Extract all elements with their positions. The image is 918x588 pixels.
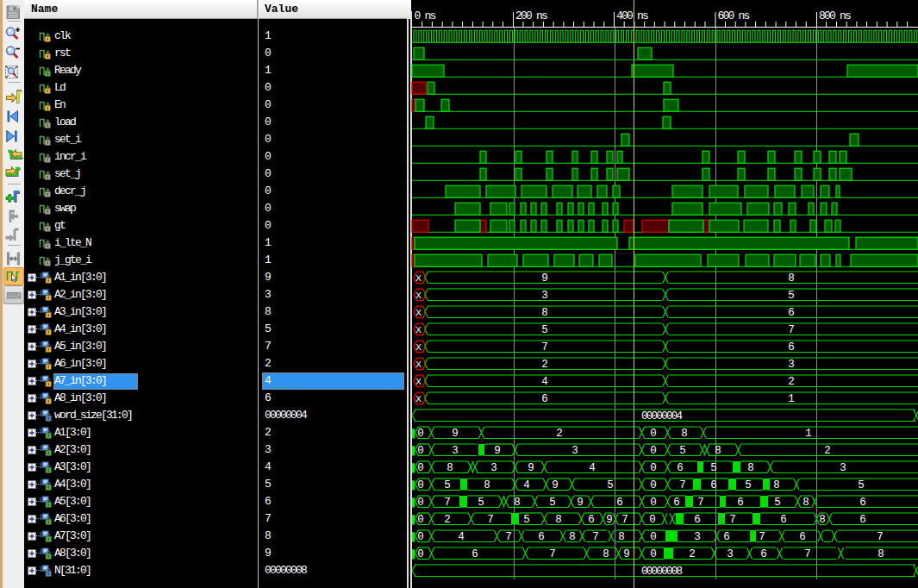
svg-text:9: 9 <box>623 548 630 560</box>
svg-text:6: 6 <box>788 307 795 319</box>
svg-text:7: 7 <box>487 514 494 526</box>
svg-text:X: X <box>415 342 422 353</box>
svg-text:1: 1 <box>805 428 812 440</box>
svg-text:0: 0 <box>417 548 424 560</box>
svg-text:9: 9 <box>494 445 501 457</box>
svg-text:8: 8 <box>715 445 721 457</box>
svg-text:4: 4 <box>523 479 530 491</box>
svg-text:4: 4 <box>541 376 548 388</box>
svg-text:7: 7 <box>505 531 512 543</box>
svg-text:5: 5 <box>444 479 451 491</box>
svg-text:5: 5 <box>478 497 484 509</box>
svg-text:8: 8 <box>569 531 576 543</box>
svg-text:400 ns: 400 ns <box>616 9 648 22</box>
svg-text:8: 8 <box>618 531 625 543</box>
svg-text:4: 4 <box>458 531 465 543</box>
svg-text:8: 8 <box>788 272 795 285</box>
svg-text:3: 3 <box>788 359 795 371</box>
svg-text:0: 0 <box>650 548 657 560</box>
svg-text:0: 0 <box>650 462 657 474</box>
svg-text:6: 6 <box>859 497 866 509</box>
svg-text:5: 5 <box>788 290 795 302</box>
svg-text:2: 2 <box>824 445 831 457</box>
svg-text:3: 3 <box>694 531 701 543</box>
svg-text:X: X <box>415 273 422 284</box>
svg-text:8: 8 <box>603 548 609 560</box>
svg-text:7: 7 <box>697 497 704 509</box>
svg-text:9: 9 <box>541 272 548 285</box>
svg-text:6: 6 <box>859 514 866 526</box>
svg-text:0: 0 <box>650 497 657 509</box>
svg-text:X: X <box>415 377 422 387</box>
svg-text:6: 6 <box>710 479 717 491</box>
svg-text:2: 2 <box>689 548 696 560</box>
svg-text:6: 6 <box>694 514 701 526</box>
svg-text:X: X <box>415 360 422 370</box>
svg-text:0: 0 <box>650 531 657 543</box>
svg-text:X: X <box>415 291 422 301</box>
svg-text:3: 3 <box>541 290 548 302</box>
svg-text:0: 0 <box>649 514 656 526</box>
svg-text:5: 5 <box>523 514 530 526</box>
svg-text:8: 8 <box>541 307 548 319</box>
svg-text:9: 9 <box>528 462 534 474</box>
svg-text:3: 3 <box>840 462 846 474</box>
svg-text:6: 6 <box>799 531 806 543</box>
svg-text:6: 6 <box>541 393 548 405</box>
svg-text:1: 1 <box>788 393 795 405</box>
svg-text:8: 8 <box>802 497 809 509</box>
svg-text:0: 0 <box>650 445 657 457</box>
svg-text:5: 5 <box>679 445 686 457</box>
svg-text:7: 7 <box>592 531 599 543</box>
svg-text:2: 2 <box>556 428 563 440</box>
svg-text:6: 6 <box>471 548 478 560</box>
svg-text:00000004: 00000004 <box>641 410 683 422</box>
svg-text:7: 7 <box>541 341 548 353</box>
svg-text:8: 8 <box>747 462 754 474</box>
svg-text:5: 5 <box>745 479 752 491</box>
svg-text:6: 6 <box>737 497 744 509</box>
svg-text:600 ns: 600 ns <box>718 9 750 22</box>
svg-text:6: 6 <box>760 548 767 560</box>
svg-text:8: 8 <box>681 428 688 440</box>
svg-text:3: 3 <box>727 548 734 560</box>
svg-text:7: 7 <box>759 531 765 543</box>
svg-text:9: 9 <box>452 428 459 440</box>
svg-text:0: 0 <box>417 445 424 457</box>
svg-text:3: 3 <box>490 462 497 474</box>
svg-text:800 ns: 800 ns <box>819 9 851 22</box>
svg-text:8: 8 <box>514 497 521 509</box>
svg-text:0: 0 <box>417 428 424 440</box>
svg-text:6: 6 <box>788 341 795 353</box>
svg-text:3: 3 <box>571 445 578 457</box>
svg-text:6: 6 <box>673 497 680 509</box>
svg-text:7: 7 <box>444 497 451 509</box>
svg-text:7: 7 <box>549 548 556 560</box>
svg-text:0 ns: 0 ns <box>415 9 436 22</box>
svg-text:6: 6 <box>616 497 623 509</box>
svg-text:8: 8 <box>555 514 562 526</box>
svg-text:7: 7 <box>679 479 686 491</box>
svg-text:X: X <box>415 308 422 318</box>
svg-text:7: 7 <box>729 514 736 526</box>
svg-text:0: 0 <box>417 497 424 509</box>
svg-text:00000008: 00000008 <box>641 566 683 578</box>
svg-text:6: 6 <box>723 531 730 543</box>
svg-text:2: 2 <box>788 376 795 388</box>
svg-text:8: 8 <box>773 479 780 491</box>
svg-text:0: 0 <box>417 514 424 526</box>
svg-text:X: X <box>415 394 422 404</box>
svg-text:3: 3 <box>452 445 459 457</box>
svg-text:6: 6 <box>677 462 684 474</box>
svg-text:0: 0 <box>417 479 424 491</box>
svg-text:8: 8 <box>447 462 453 474</box>
svg-text:9: 9 <box>606 514 613 526</box>
svg-text:X: X <box>415 325 422 335</box>
svg-text:6: 6 <box>780 514 787 526</box>
svg-text:0: 0 <box>650 428 657 440</box>
svg-text:5: 5 <box>858 479 865 491</box>
svg-text:0: 0 <box>417 531 424 543</box>
svg-text:0: 0 <box>417 462 424 474</box>
svg-text:8: 8 <box>877 548 884 560</box>
svg-text:9: 9 <box>552 479 559 491</box>
